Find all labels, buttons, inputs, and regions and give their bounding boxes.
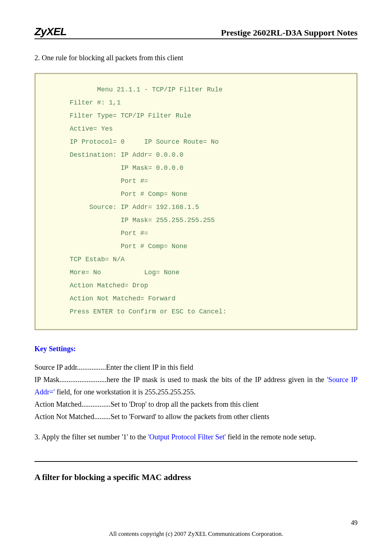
setting-ip-mask-prefix: IP Mask..........................here th… (34, 376, 327, 383)
setting-action-not-matched: Action Not Matched.........Set to 'Forwa… (34, 413, 269, 420)
copyright-footer: All contents copyright (c) 2007 ZyXEL Co… (0, 530, 392, 538)
apply-filter-paragraph: 3. Apply the filter set number '1' to th… (34, 433, 358, 441)
brand-logo: ZyXEL (34, 25, 66, 38)
apply-prefix: 3. Apply the filter set number '1' to th… (34, 433, 148, 441)
header-title: Prestige 2602RL-D3A Support Notes (221, 28, 358, 38)
page-container: ZyXEL Prestige 2602RL-D3A Support Notes … (0, 0, 392, 504)
key-settings-body: Source IP addr................Enter the … (34, 361, 358, 423)
page-number: 49 (351, 519, 358, 527)
setting-action-matched: Action Matched................Set to 'Dr… (34, 400, 259, 408)
setting-ip-mask-suffix: field, for one workstation it is 255.255… (55, 388, 196, 396)
section-divider (34, 461, 358, 462)
terminal-code-block: Menu 21.1.1 - TCP/IP Filter Rule Filter … (34, 73, 358, 330)
page-header: ZyXEL Prestige 2602RL-D3A Support Notes (34, 25, 358, 39)
key-settings-heading: Key Settings: (34, 345, 358, 353)
setting-source-ip: Source IP addr................Enter the … (34, 363, 193, 371)
apply-highlight: 'Output Protocol Filter Set' (148, 433, 226, 441)
intro-paragraph: 2. One rule for blocking all packets fro… (34, 54, 358, 62)
apply-suffix: field in the remote node setup. (226, 433, 316, 441)
subsection-heading: A filter for blocking a specific MAC add… (34, 473, 358, 482)
